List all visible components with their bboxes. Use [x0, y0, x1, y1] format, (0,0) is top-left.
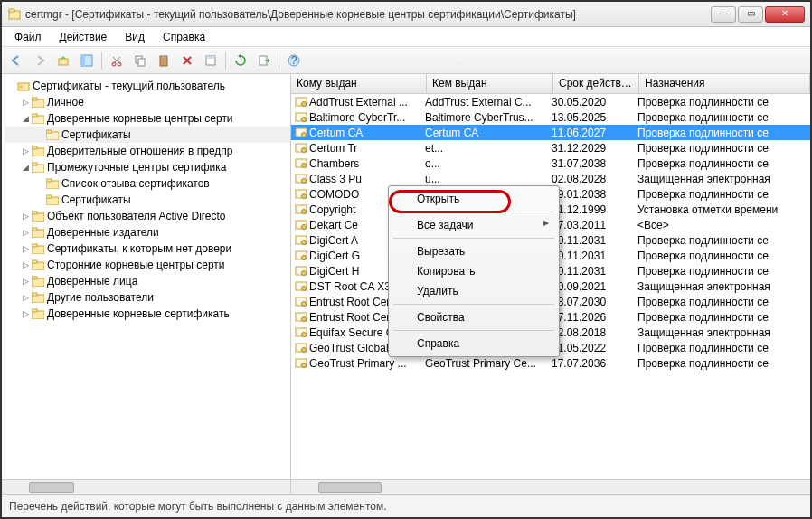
delete-button[interactable]	[176, 50, 198, 71]
cell-purpose: Проверка подлинности се	[637, 357, 810, 370]
tree-expand-icon[interactable]: ▷	[20, 228, 31, 237]
table-row[interactable]: AddTrust External ...AddTrust External C…	[291, 94, 810, 109]
folder-icon	[31, 144, 45, 158]
cell-purpose: <Все>	[637, 219, 810, 231]
status-text: Перечень действий, которые могут быть вы…	[9, 500, 387, 513]
tree-item[interactable]: ▷Доверительные отношения в предпр	[5, 143, 290, 159]
tree-item[interactable]: ▷Доверенные лица	[5, 273, 290, 289]
cert-icon	[294, 156, 308, 171]
svg-point-47	[302, 101, 307, 106]
folder-icon	[31, 111, 45, 126]
menu-file[interactable]: Файл	[7, 29, 49, 45]
svg-point-63	[302, 224, 307, 229]
up-button[interactable]	[52, 50, 74, 71]
cert-icon	[294, 218, 308, 232]
paste-button[interactable]	[153, 50, 175, 71]
cell-issued-by: et...	[425, 142, 552, 155]
close-button[interactable]: ✕	[765, 6, 805, 23]
col-purpose[interactable]: Назначения	[639, 74, 810, 93]
cell-purpose: Проверка подлинности се	[637, 234, 810, 247]
toolbar-separator	[225, 52, 226, 70]
menu-view[interactable]: Вид	[118, 29, 152, 45]
tree-expand-icon[interactable]: ▷	[20, 212, 31, 221]
tree-item[interactable]: ▷Доверенные корневые сертификать	[5, 306, 290, 322]
tree-item[interactable]: ▷Сторонние корневые центры серти	[5, 257, 290, 273]
folder-icon	[31, 258, 45, 272]
cm-cut[interactable]: Вырезать	[392, 241, 556, 261]
table-row[interactable]: Chamberso...31.07.2038Проверка подлиннос…	[291, 156, 810, 171]
svg-rect-2	[59, 59, 68, 65]
properties-button[interactable]	[200, 50, 222, 71]
table-row[interactable]: Class 3 Puu...02.08.2028Защищенная элект…	[291, 171, 810, 186]
cm-delete[interactable]: Удалить	[392, 281, 556, 301]
tree-expand-icon[interactable]: ▷	[20, 277, 31, 286]
show-hide-tree-button[interactable]	[76, 50, 98, 71]
tree-expand-icon[interactable]: ▷	[20, 309, 31, 318]
copy-button[interactable]	[129, 50, 151, 71]
tree-item[interactable]: ▷Другие пользователи	[5, 289, 290, 306]
table-row[interactable]: Certum Tret...31.12.2029Проверка подлинн…	[291, 140, 810, 156]
cm-all-tasks[interactable]: Все задачи	[392, 215, 556, 235]
tree-expand-icon[interactable]: ▷	[20, 146, 31, 156]
tree-expand-icon[interactable]: ▷	[20, 293, 31, 302]
tree-item[interactable]: ▷Доверенные издатели	[5, 224, 290, 241]
tree-expand-icon[interactable]: ◢	[20, 163, 31, 172]
cell-purpose: Защищенная электронная	[637, 326, 810, 339]
tree-expand-icon[interactable]: ▷	[20, 260, 31, 269]
folder-icon	[31, 225, 45, 240]
col-issued-to[interactable]: Кому выдан	[291, 74, 427, 93]
titlebar: certmgr - [Сертификаты - текущий пользов…	[2, 2, 810, 27]
refresh-button[interactable]	[230, 50, 251, 71]
cert-icon	[294, 187, 308, 202]
cm-copy[interactable]: Копировать	[392, 261, 556, 281]
tree-label: Список отзыва сертификатов	[61, 177, 210, 190]
folder-icon	[31, 307, 45, 321]
folder-icon	[45, 127, 60, 142]
window-controls: — ▭ ✕	[711, 6, 805, 23]
cm-open[interactable]: Открыть	[392, 189, 556, 209]
tree-item[interactable]: Сертификаты	[5, 192, 290, 208]
col-expiry[interactable]: Срок действия	[553, 74, 639, 93]
table-row[interactable]: GeoTrust Primary ...GeoTrust Primary Ce.…	[291, 355, 810, 371]
cell-purpose: Проверка подлинности се	[637, 296, 810, 308]
menu-action[interactable]: Действие	[52, 29, 115, 45]
tree-item[interactable]: ▷Сертификаты, к которым нет довери	[5, 241, 290, 257]
minimize-button[interactable]: —	[711, 6, 736, 23]
table-row[interactable]: Baltimore CyberTr...Baltimore CyberTrus.…	[291, 109, 810, 125]
tree-item[interactable]: Список отзыва сертификатов	[5, 175, 290, 192]
maximize-button[interactable]: ▭	[738, 6, 763, 23]
cell-issued-to: AddTrust External ...	[309, 96, 425, 109]
tree-scrollbar[interactable]	[2, 479, 290, 494]
help-button[interactable]: ?	[283, 50, 305, 71]
tree-item[interactable]: ◢Доверенные корневые центры серти	[5, 110, 290, 127]
tree-expand-icon[interactable]: ◢	[20, 114, 31, 123]
cell-purpose: Проверка подлинности се	[637, 142, 810, 155]
folder-icon	[31, 95, 45, 109]
svg-point-51	[302, 132, 307, 137]
tree-item[interactable]: ▷Объект пользователя Active Directo	[5, 208, 290, 224]
forward-button[interactable]	[29, 50, 51, 71]
menu-help[interactable]: Справка	[156, 29, 212, 45]
cut-button[interactable]	[106, 50, 127, 71]
tree-item[interactable]: ▷Личное	[5, 94, 290, 110]
toolbar: ?	[2, 47, 810, 74]
svg-rect-27	[32, 163, 37, 165]
cert-icon	[294, 326, 308, 340]
back-button[interactable]	[5, 50, 27, 71]
cm-help[interactable]: Справка	[392, 334, 556, 354]
cell-purpose: Проверка подлинности се	[637, 96, 810, 109]
cell-expiry: 21.05.2022	[552, 342, 637, 354]
list-scrollbar[interactable]	[291, 479, 810, 494]
cell-issued-to: Certum CA	[309, 127, 425, 139]
svg-point-55	[302, 163, 307, 167]
tree-expand-icon[interactable]: ▷	[20, 98, 31, 107]
tree-item[interactable]: ◢Промежуточные центры сертифика	[5, 159, 290, 175]
col-issued-by[interactable]: Кем выдан	[427, 74, 553, 93]
table-row[interactable]: Certum CACertum CA11.06.2027Проверка под…	[291, 125, 810, 140]
export-button[interactable]	[253, 50, 275, 71]
tree-item[interactable]: Сертификаты - текущий пользователь	[5, 78, 290, 94]
cert-icon	[294, 341, 308, 355]
tree-expand-icon[interactable]: ▷	[20, 244, 31, 253]
cm-properties[interactable]: Свойства	[392, 307, 556, 327]
tree-item[interactable]: Сертификаты	[5, 127, 290, 143]
